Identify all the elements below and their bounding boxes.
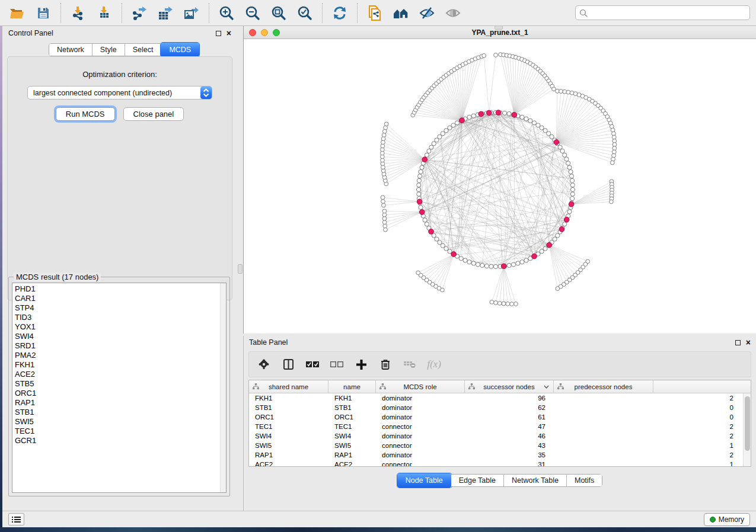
network-overview-icon[interactable] [392, 4, 410, 22]
control-panel-tabs: NetworkStyleSelectMCDS [49, 43, 199, 56]
mcds-result-item[interactable]: TID3 [15, 313, 219, 322]
table-cell: RAP1 [249, 451, 328, 459]
memory-status-icon [710, 517, 716, 523]
export-image-icon[interactable] [183, 4, 200, 22]
zoom-in-icon[interactable] [218, 4, 235, 22]
mcds-result-item[interactable]: CAR1 [15, 294, 219, 303]
tab-motifs[interactable]: Motifs [567, 475, 602, 486]
table-cell: 2 [554, 432, 743, 440]
table-row[interactable]: STB1STB1dominator620 [249, 403, 743, 412]
mcds-result-item[interactable]: ORC1 [15, 389, 219, 398]
float-panel-icon[interactable] [735, 340, 741, 345]
clone-network-icon[interactable] [366, 4, 384, 22]
zoom-selected-icon[interactable] [296, 4, 314, 22]
horizontal-splitter-handle[interactable] [495, 25, 503, 30]
table-row[interactable]: RAP1RAP1dominator352 [249, 450, 743, 460]
function-builder-icon[interactable]: f(x) [428, 358, 441, 371]
table-cell: connector [376, 442, 465, 449]
mcds-result-item[interactable]: PMA2 [15, 351, 219, 360]
mcds-result-item[interactable]: YOX1 [15, 322, 219, 332]
vertical-splitter[interactable] [237, 26, 243, 511]
import-table-icon[interactable] [95, 4, 113, 22]
memory-button[interactable]: Memory [704, 513, 750, 526]
table-cell: 46 [465, 432, 554, 440]
task-history-button[interactable] [8, 513, 24, 525]
table-body: FKH1FKH1dominator962STB1STB1dominator620… [249, 393, 743, 466]
export-network-icon[interactable] [130, 4, 148, 22]
mcds-result-item[interactable]: SWI5 [15, 417, 219, 427]
optimization-criterion-dropdown[interactable]: largest connected component (undirected) [27, 86, 212, 100]
tab-mcds[interactable]: MCDS [161, 43, 199, 57]
mcds-result-item[interactable]: ACE2 [15, 370, 219, 379]
hide-graphics-details-icon[interactable] [418, 4, 436, 22]
search-input[interactable] [588, 9, 746, 17]
mcds-result-item[interactable]: SRD1 [15, 341, 219, 351]
table-cell: TEC1 [249, 423, 328, 430]
table-scrollbar-thumb[interactable] [745, 396, 750, 451]
export-table-icon[interactable] [157, 4, 174, 22]
table-row[interactable]: ORC1ORC1dominator610 [249, 412, 743, 422]
import-network-icon[interactable] [69, 4, 87, 22]
table-row[interactable]: TEC1TEC1connector472 [249, 422, 743, 431]
open-session-icon[interactable] [8, 4, 26, 22]
close-panel-icon[interactable]: × [746, 340, 751, 345]
column-header-successor-nodes[interactable]: successor nodes [465, 380, 554, 393]
table-row[interactable]: ACE2ACE2connector311 [249, 460, 743, 466]
column-header-predecessor-nodes[interactable]: predecessor nodes [554, 380, 653, 393]
table-cell: ACE2 [328, 461, 376, 466]
mcds-tab-content: Optimization criterion: largest connecte… [7, 56, 232, 300]
mcds-result-item[interactable]: SWI4 [15, 332, 219, 341]
mcds-result-item[interactable]: STB1 [15, 408, 219, 417]
optimization-criterion-label: Optimization criterion: [8, 70, 232, 79]
delete-table-icon[interactable] [403, 358, 416, 371]
zoom-out-icon[interactable] [244, 4, 261, 22]
zoom-fit-icon[interactable] [270, 4, 288, 22]
tab-network[interactable]: Network [49, 44, 92, 56]
table-options-icon[interactable] [257, 358, 270, 371]
float-panel-icon[interactable] [216, 31, 221, 36]
control-panel: Control Panel × NetworkStyleSelectMCDS O… [2, 26, 237, 511]
column-header-shared-name[interactable]: shared name [249, 380, 328, 393]
table-scrollbar[interactable] [743, 393, 751, 466]
column-header-MCDS-role[interactable]: MCDS role [376, 380, 465, 393]
mcds-result-item[interactable]: RAP1 [15, 398, 219, 408]
show-graphics-details-icon[interactable] [444, 4, 462, 22]
tab-style[interactable]: Style [92, 44, 125, 56]
mcds-result-item[interactable]: STB5 [15, 379, 219, 389]
table-cell: 0 [554, 404, 743, 411]
table-row[interactable]: SWI5SWI5connector431 [249, 441, 743, 450]
tab-select[interactable]: Select [125, 44, 162, 56]
mcds-result-item[interactable]: GCR1 [15, 436, 219, 446]
unselect-all-icon[interactable] [330, 358, 343, 371]
tab-edge-table[interactable]: Edge Table [451, 475, 504, 486]
table-cell: RAP1 [328, 451, 376, 459]
show-columns-icon[interactable] [282, 358, 295, 371]
search-icon [579, 9, 588, 17]
tab-network-table[interactable]: Network Table [504, 475, 567, 486]
refresh-network-icon[interactable] [331, 4, 349, 22]
table-cell: dominator [376, 451, 465, 459]
add-column-icon[interactable] [355, 358, 368, 371]
table-cell: connector [376, 423, 465, 430]
column-header-name[interactable]: name [328, 380, 376, 393]
delete-column-icon[interactable] [379, 358, 392, 371]
save-session-icon[interactable] [34, 4, 52, 22]
mcds-list-scrollbar[interactable] [220, 283, 226, 492]
table-cell: 2 [554, 395, 743, 402]
table-toolbar: f(x) [248, 351, 751, 377]
select-all-icon[interactable] [306, 358, 319, 371]
mcds-result-item[interactable]: TEC1 [15, 427, 219, 436]
mcds-result-item[interactable]: STP4 [15, 303, 219, 313]
mcds-result-item[interactable]: FKH1 [15, 360, 219, 370]
close-panel-icon[interactable]: × [227, 31, 231, 36]
splitter-handle[interactable] [238, 264, 243, 274]
close-panel-button[interactable]: Close panel [123, 107, 184, 121]
network-canvas[interactable] [244, 39, 756, 334]
table-row[interactable]: SWI4SWI4dominator462 [249, 431, 743, 441]
main-toolbar [0, 0, 756, 26]
mcds-result-item[interactable]: PHD1 [15, 284, 219, 294]
memory-label: Memory [719, 515, 744, 524]
table-row[interactable]: FKH1FKH1dominator962 [249, 393, 743, 403]
tab-node-table[interactable]: Node Table [397, 473, 452, 488]
run-mcds-button[interactable]: Run MCDS [56, 107, 115, 121]
